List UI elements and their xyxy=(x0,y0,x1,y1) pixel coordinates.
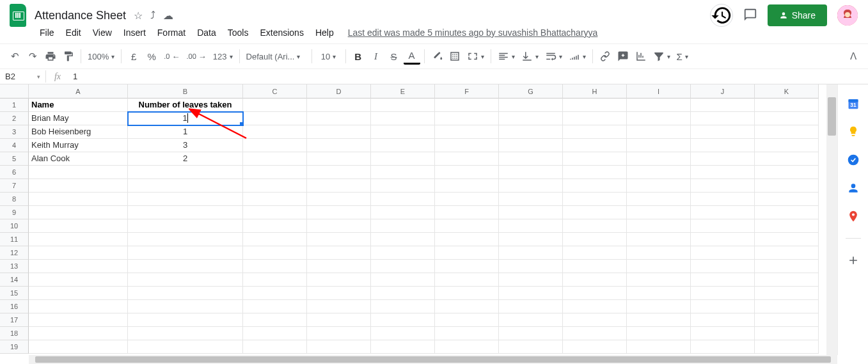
cell-J6[interactable] xyxy=(691,166,755,179)
cell-K11[interactable] xyxy=(755,233,819,246)
cell-J10[interactable] xyxy=(691,219,755,233)
row-header-18[interactable]: 18 xyxy=(0,327,29,340)
cell-C10[interactable] xyxy=(243,219,307,233)
cell-D13[interactable] xyxy=(307,260,371,273)
col-header-D[interactable]: D xyxy=(307,84,371,99)
menu-edit[interactable]: Edit xyxy=(61,25,86,40)
cell-B17[interactable] xyxy=(128,313,243,327)
cell-F2[interactable] xyxy=(435,112,499,125)
cell-A2[interactable]: Brian May xyxy=(29,112,128,125)
cell-F4[interactable] xyxy=(435,139,499,152)
row-header-13[interactable]: 13 xyxy=(0,260,29,273)
cell-J18[interactable] xyxy=(691,327,755,340)
cell-B4[interactable]: 3 xyxy=(128,139,243,152)
rotate-button[interactable] xyxy=(566,48,588,65)
cell-D17[interactable] xyxy=(307,313,371,327)
cell-C15[interactable] xyxy=(243,287,307,300)
increase-decimal-button[interactable]: .00 → xyxy=(184,48,209,65)
col-header-K[interactable]: K xyxy=(755,84,819,99)
cell-C14[interactable] xyxy=(243,273,307,287)
row-header-8[interactable]: 8 xyxy=(0,193,29,206)
cell-E11[interactable] xyxy=(371,233,435,246)
cell-J4[interactable] xyxy=(691,139,755,152)
cell-C11[interactable] xyxy=(243,233,307,246)
row-header-19[interactable]: 19 xyxy=(0,340,29,354)
row-header-4[interactable]: 4 xyxy=(0,139,29,152)
cell-K15[interactable] xyxy=(755,287,819,300)
percent-button[interactable]: % xyxy=(143,48,160,65)
menu-extensions[interactable]: Extensions xyxy=(255,25,308,40)
cell-D12[interactable] xyxy=(307,246,371,260)
cell-G7[interactable] xyxy=(499,179,563,193)
cell-A7[interactable] xyxy=(29,179,128,193)
cell-C18[interactable] xyxy=(243,327,307,340)
calendar-icon[interactable]: 31 xyxy=(847,97,860,110)
cell-I9[interactable] xyxy=(627,206,691,219)
row-header-11[interactable]: 11 xyxy=(0,233,29,246)
cell-G8[interactable] xyxy=(499,193,563,206)
cell-E4[interactable] xyxy=(371,139,435,152)
cell-B6[interactable] xyxy=(128,166,243,179)
cell-H13[interactable] xyxy=(563,260,627,273)
cell-H16[interactable] xyxy=(563,300,627,313)
row-header-2[interactable]: 2 xyxy=(0,112,29,125)
col-header-G[interactable]: G xyxy=(499,84,563,99)
cell-I4[interactable] xyxy=(627,139,691,152)
cell-K8[interactable] xyxy=(755,193,819,206)
cell-K5[interactable] xyxy=(755,152,819,166)
cell-A1[interactable]: Name xyxy=(29,99,128,112)
cell-E6[interactable] xyxy=(371,166,435,179)
cell-A12[interactable] xyxy=(29,246,128,260)
cell-G2[interactable] xyxy=(499,112,563,125)
undo-button[interactable]: ↶ xyxy=(6,48,23,65)
cell-B19[interactable] xyxy=(128,340,243,354)
cell-C16[interactable] xyxy=(243,300,307,313)
cell-I16[interactable] xyxy=(627,300,691,313)
comments-button[interactable] xyxy=(743,8,757,24)
cell-F8[interactable] xyxy=(435,193,499,206)
cell-D5[interactable] xyxy=(307,152,371,166)
cell-A10[interactable] xyxy=(29,219,128,233)
cell-J5[interactable] xyxy=(691,152,755,166)
cell-G19[interactable] xyxy=(499,340,563,354)
cell-E2[interactable] xyxy=(371,112,435,125)
cell-G6[interactable] xyxy=(499,166,563,179)
cell-B2[interactable]: 1 xyxy=(128,112,243,125)
share-button[interactable]: Share xyxy=(768,4,827,26)
cell-B16[interactable] xyxy=(128,300,243,313)
cell-D1[interactable] xyxy=(307,99,371,112)
cell-E16[interactable] xyxy=(371,300,435,313)
cell-B3[interactable]: 1 xyxy=(128,125,243,139)
cloud-icon[interactable]: ☁ xyxy=(163,10,173,22)
paint-format-button[interactable] xyxy=(60,48,77,65)
vertical-scrollbar[interactable] xyxy=(826,84,837,355)
cell-I19[interactable] xyxy=(627,340,691,354)
collapse-toolbar-button[interactable]: ᐱ xyxy=(845,48,862,65)
cell-G17[interactable] xyxy=(499,313,563,327)
cell-K9[interactable] xyxy=(755,206,819,219)
cell-E8[interactable] xyxy=(371,193,435,206)
row-header-7[interactable]: 7 xyxy=(0,179,29,193)
decrease-decimal-button[interactable]: .0 ← xyxy=(161,48,182,65)
cell-F1[interactable] xyxy=(435,99,499,112)
select-all-corner[interactable] xyxy=(0,84,29,99)
cell-C7[interactable] xyxy=(243,179,307,193)
cell-G11[interactable] xyxy=(499,233,563,246)
cell-G14[interactable] xyxy=(499,273,563,287)
cell-I12[interactable] xyxy=(627,246,691,260)
cell-E5[interactable] xyxy=(371,152,435,166)
cell-I7[interactable] xyxy=(627,179,691,193)
cell-E12[interactable] xyxy=(371,246,435,260)
h-align-button[interactable] xyxy=(495,48,517,65)
cell-K4[interactable] xyxy=(755,139,819,152)
cell-G13[interactable] xyxy=(499,260,563,273)
print-button[interactable] xyxy=(42,48,59,65)
cell-K7[interactable] xyxy=(755,179,819,193)
borders-button[interactable] xyxy=(446,48,463,65)
cell-D3[interactable] xyxy=(307,125,371,139)
font-select[interactable]: Default (Ari... xyxy=(244,48,308,65)
cell-E15[interactable] xyxy=(371,287,435,300)
cell-A14[interactable] xyxy=(29,273,128,287)
cell-A6[interactable] xyxy=(29,166,128,179)
strikethrough-button[interactable]: S xyxy=(386,48,402,65)
